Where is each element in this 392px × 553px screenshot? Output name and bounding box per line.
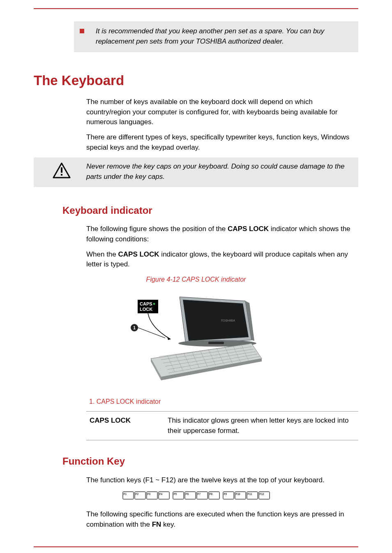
- caution-text: Never remove the key caps on your keyboa…: [86, 162, 351, 182]
- paragraph: There are different types of keys, speci…: [86, 132, 358, 153]
- paragraph: The following specific functions are exe…: [86, 509, 358, 530]
- footer-left: User's Manual: [34, 551, 73, 553]
- fkey-f2: [134, 491, 146, 500]
- fkey-f1: [122, 491, 134, 500]
- fkey-f9: [223, 491, 234, 500]
- subsection-heading: Keyboard indicator: [62, 204, 358, 218]
- svg-text:1: 1: [133, 325, 136, 330]
- svg-text:LOCK: LOCK: [140, 307, 152, 312]
- warning-icon: [53, 162, 71, 179]
- section-heading: The Keyboard: [34, 71, 358, 90]
- table-label: CAPS LOCK: [86, 411, 164, 440]
- text-fragment: When the: [86, 250, 118, 258]
- text-fragment: The following figure shows the position …: [86, 225, 228, 233]
- fkey-f5: [173, 491, 184, 500]
- page-footer: User's Manual 4-11: [34, 551, 358, 553]
- svg-rect-17: [208, 342, 224, 344]
- fkey-f10: [235, 491, 246, 500]
- subsection-heading: Function Key: [62, 454, 358, 469]
- fkey-f11: [247, 491, 258, 500]
- note-callout: It is recommended that you keep another …: [74, 21, 358, 52]
- text-bold: FN: [152, 521, 161, 528]
- paragraph: The number of keys available on the keyb…: [86, 97, 358, 127]
- fkey-f3: [146, 491, 158, 500]
- caution-callout: Never remove the key caps on your keyboa…: [34, 157, 358, 187]
- text-fragment: The following specific functions are exe…: [86, 510, 344, 528]
- top-border: [34, 8, 358, 9]
- paragraph: The following figure shows the position …: [86, 224, 358, 244]
- fkey-f6: [184, 491, 196, 500]
- svg-rect-1: [61, 167, 62, 173]
- svg-point-6: [153, 303, 155, 305]
- paragraph: The function keys (F1 ~ F12) are the twe…: [86, 475, 358, 486]
- fkey-f8: [208, 491, 220, 500]
- svg-marker-18: [151, 343, 262, 377]
- svg-text:TOSHIBA: TOSHIBA: [221, 319, 235, 322]
- figure-caption: Figure 4-12 CAPS LOCK indicator: [34, 275, 358, 284]
- figure-legend: 1. CAPS LOCK indicator: [89, 397, 358, 406]
- fkey-f4: [158, 491, 170, 500]
- fkey-f12: [258, 491, 270, 500]
- table-description: This indicator glows green when letter k…: [164, 411, 358, 440]
- figure-illustration: CAPS LOCK 1 TOSHIBA: [34, 291, 358, 384]
- svg-text:CAPS: CAPS: [140, 301, 152, 306]
- svg-marker-7: [167, 337, 171, 340]
- indicator-table: CAPS LOCK This indicator glows green whe…: [86, 411, 358, 440]
- table-row: CAPS LOCK This indicator glows green whe…: [86, 411, 358, 440]
- footer-right: 4-11: [346, 551, 358, 553]
- text-bold: CAPS LOCK: [118, 250, 159, 258]
- note-text: It is recommended that you keep another …: [96, 26, 351, 46]
- bottom-border: [34, 546, 358, 547]
- paragraph: When the CAPS LOCK indicator glows, the …: [86, 250, 358, 270]
- text-fragment: key.: [161, 521, 175, 528]
- function-key-row-illustration: [34, 491, 358, 501]
- svg-rect-2: [61, 174, 62, 176]
- text-bold: CAPS LOCK: [228, 225, 269, 233]
- fkey-f7: [196, 491, 208, 500]
- note-bullet-icon: [80, 29, 84, 33]
- svg-marker-12: [183, 300, 249, 341]
